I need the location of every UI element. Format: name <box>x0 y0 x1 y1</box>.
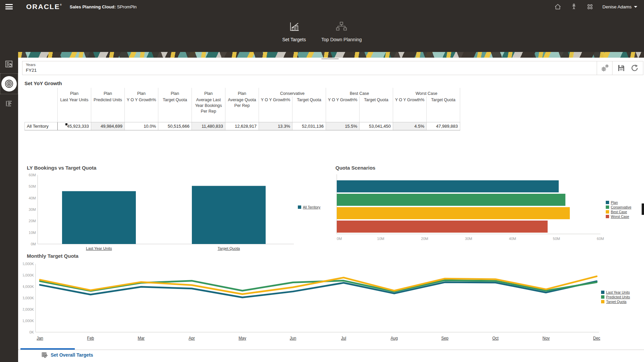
x-axis-label[interactable]: Aug <box>391 336 398 341</box>
hierarchy-icon <box>335 20 348 33</box>
cell-value: 45,923,333 <box>67 124 89 129</box>
x-axis-label[interactable]: Sep <box>441 336 449 341</box>
bar-best-case[interactable] <box>337 207 570 219</box>
bar-plan[interactable] <box>337 180 559 192</box>
col-target-quota: Target Quota <box>158 97 192 122</box>
refresh-icon <box>631 64 639 72</box>
x-axis-label[interactable]: Oct <box>492 336 499 341</box>
legend-item: Target Quota <box>601 300 630 304</box>
panel-splitter-handle[interactable] <box>321 58 339 59</box>
tab-top-down-planning[interactable]: Top Down Planning <box>321 16 362 42</box>
rail-targets-icon-active[interactable] <box>0 73 18 94</box>
cell-best-quota[interactable]: 53,041,450 <box>360 122 393 130</box>
grid-corner-cell <box>25 88 58 122</box>
x-axis-tick: 30M <box>465 237 472 241</box>
cell-target-quota[interactable]: 50,515,666 <box>158 122 192 130</box>
legend-item-label[interactable]: Best Case <box>611 210 627 214</box>
bar-chart-icon <box>288 20 301 33</box>
cell-best-yoy[interactable]: 15.5% <box>326 122 360 130</box>
quota-scenarios-legend: PlanConservativeBest CaseWorst Case <box>606 200 631 219</box>
save-button[interactable] <box>617 64 625 72</box>
cell-avg-ly-bookings[interactable]: 11,480,833 <box>192 122 225 130</box>
accessibility-icon[interactable] <box>570 3 578 10</box>
tab-set-overall-targets[interactable]: Set Overall Targets <box>42 352 93 358</box>
cell-avg-quota-per-rep[interactable]: 12,628,917 <box>225 122 259 130</box>
cell-worst-yoy[interactable]: 4.5% <box>393 122 427 130</box>
y-axis-tick: 4,000K <box>23 285 34 289</box>
rail-report-icon[interactable] <box>0 55 18 73</box>
legend-item-label[interactable]: Worst Case <box>611 215 629 219</box>
legend-item-label[interactable]: All Territory <box>303 205 320 209</box>
x-axis-label[interactable]: Apr <box>189 336 195 341</box>
app-title-name: SPromPln <box>116 4 137 9</box>
rail-outline-icon[interactable] <box>0 94 18 113</box>
tab-set-targets-label: Set Targets <box>282 37 306 42</box>
col-yoy-growth: Y O Y Growth% <box>125 97 158 122</box>
y-axis-tick: 6,000K <box>23 262 34 266</box>
row-header-all-territory[interactable]: All Territory <box>25 122 58 130</box>
legend-item-label[interactable]: Last Year Units <box>606 290 630 294</box>
legend-item-label[interactable]: Plan <box>611 200 618 204</box>
target-icon <box>4 79 14 89</box>
cell-yoy-growth[interactable]: 10.0% <box>125 122 158 130</box>
col-group-plan: Plan <box>225 88 259 97</box>
chart-title-quota-scenarios: Quota Scenarios <box>335 165 375 171</box>
legend-item-label[interactable]: Target Quota <box>606 300 627 304</box>
hamburger-menu-icon[interactable] <box>5 4 13 9</box>
x-axis-label[interactable]: Nov <box>542 336 549 341</box>
refresh-button[interactable] <box>631 64 639 72</box>
y-axis-tick: 50M <box>29 184 36 188</box>
apps-grid-icon[interactable] <box>586 3 594 10</box>
tab-set-targets[interactable]: Set Targets <box>282 16 306 42</box>
x-axis-label[interactable]: Jul <box>341 336 346 341</box>
col-group-plan: Plan <box>192 88 225 97</box>
home-icon[interactable] <box>554 3 561 10</box>
x-axis-label[interactable]: Last Year Units <box>86 246 112 250</box>
x-axis-label[interactable]: Dec <box>593 336 600 341</box>
legend-swatch <box>606 215 609 218</box>
y-axis-tick: 40M <box>29 196 36 200</box>
oracle-logo-text: ORACLE <box>26 3 60 11</box>
x-axis-label[interactable]: May <box>238 336 246 341</box>
x-axis-label[interactable]: Jun <box>290 336 296 341</box>
y-axis-tick: 1,000K <box>23 319 34 323</box>
col-conservative-yoy: Y O Y Growth% <box>259 97 292 122</box>
legend-item-label[interactable]: Conservative <box>611 205 631 209</box>
app-screen: ORACLE® Sales Planning Cloud: SPromPln <box>0 0 644 362</box>
bar-conservative[interactable] <box>337 194 566 206</box>
x-axis-tick: 0M <box>337 237 342 241</box>
cell-predicted-units[interactable]: 49,984,699 <box>91 122 125 130</box>
legend-item: Plan <box>606 200 631 204</box>
decorative-banner <box>18 52 644 58</box>
y-axis-tick: 0M <box>31 242 36 246</box>
cell-worst-quota[interactable]: 47,989,883 <box>427 122 460 130</box>
legend-item-label[interactable]: Predicted Units <box>606 295 630 299</box>
legend-swatch <box>298 205 301 209</box>
bar-target-quota[interactable] <box>192 186 266 244</box>
bar-worst-case[interactable] <box>337 221 548 233</box>
x-axis-label[interactable]: Jan <box>37 336 43 341</box>
pov-member-selector[interactable]: Years FY21 <box>22 61 597 75</box>
x-axis-tick: 50M <box>553 237 560 241</box>
monthly-target-quota-chart: 6,000K5,000K4,000K3,000K2,000K1,000K0KJa… <box>23 261 603 343</box>
cell-conservative-quota[interactable]: 52,031,136 <box>292 122 326 130</box>
pov-settings-button[interactable] <box>597 61 612 75</box>
x-axis-label[interactable]: Mar <box>138 336 145 341</box>
y-axis-tick: 60M <box>29 173 36 177</box>
scrollbar-thumb[interactable] <box>642 203 644 215</box>
user-menu[interactable]: Denise Adams <box>602 4 637 9</box>
legend-item: Worst Case <box>606 215 631 219</box>
col-worst-quota: Target Quota <box>427 97 460 122</box>
user-name: Denise Adams <box>602 4 632 9</box>
x-axis-label[interactable]: Target Quota <box>218 246 240 250</box>
chevron-down-icon <box>634 6 637 8</box>
col-group-worst-case: Worst Case <box>393 88 460 97</box>
nav-tabs: Set Targets Top Down Planning <box>0 16 644 42</box>
app-title: Sales Planning Cloud: SPromPln <box>70 4 137 9</box>
cell-last-year-units[interactable]: 45,923,333 <box>58 122 91 130</box>
x-axis-label[interactable]: Feb <box>87 336 94 341</box>
bar-last-year-units[interactable] <box>62 191 136 244</box>
pov-bar: Years FY21 <box>22 61 643 75</box>
cell-conservative-yoy[interactable]: 13.3% <box>259 122 292 130</box>
col-group-plan: Plan <box>158 88 192 97</box>
